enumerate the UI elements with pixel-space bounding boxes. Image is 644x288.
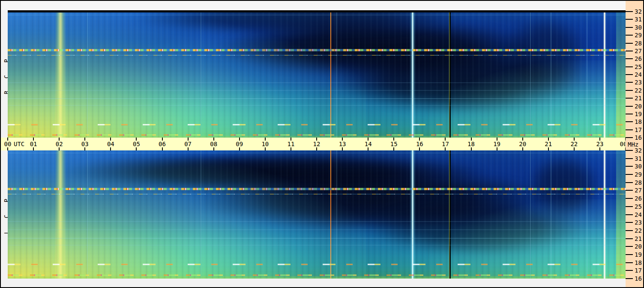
rfi-line-23.1mhz	[8, 222, 626, 222]
frequency-label: 23	[635, 219, 643, 226]
hour-tick	[136, 138, 137, 141]
frequency-label: 29	[635, 32, 643, 39]
frequency-tick	[626, 278, 633, 279]
frequency-tick	[626, 238, 633, 239]
hour-tick	[291, 138, 291, 141]
frequency-tick	[626, 158, 633, 159]
hour-tick	[316, 138, 317, 141]
hour-tick	[497, 147, 497, 150]
hour-tick	[471, 147, 472, 150]
hour-tick	[84, 138, 85, 141]
frequency-label: 26	[635, 55, 643, 62]
hour-label: 13	[337, 141, 348, 147]
interference-line-12.78utc	[336, 150, 337, 279]
frequency-label: 25	[635, 63, 643, 70]
frequency-tick	[626, 246, 633, 247]
frequency-tick	[626, 74, 633, 75]
rfi-line-20.2mhz	[8, 105, 626, 105]
frequency-label: 26	[635, 195, 643, 202]
hour-tick	[291, 147, 291, 150]
rfi-line-22.1mhz	[8, 90, 626, 90]
noise-texture	[8, 150, 626, 279]
hour-label: 18	[466, 141, 477, 147]
frequency-label: 21	[635, 235, 643, 242]
frequency-label: 31	[635, 155, 643, 162]
hour-tick	[213, 147, 214, 150]
hour-label: 00	[618, 141, 626, 147]
interference-line-3.1utc	[87, 150, 88, 279]
hour-tick	[368, 147, 368, 150]
frequency-label: 20	[635, 103, 643, 110]
hour-label: 04	[105, 141, 116, 147]
frequency-tick	[626, 58, 633, 59]
frequency-label: 29	[635, 171, 643, 178]
frequency-tick	[626, 98, 633, 99]
frequency-label: 27	[635, 187, 643, 194]
hour-tick	[188, 147, 189, 150]
hour-label: 20	[517, 141, 528, 147]
frequency-tick	[626, 206, 633, 207]
interference-line-17.18utc	[449, 12, 451, 138]
hour-label: 09	[234, 141, 245, 147]
rfi-line-26.55mhz	[8, 55, 626, 56]
frequency-label: 27	[635, 48, 643, 54]
hour-tick	[316, 147, 317, 150]
frequency-tick	[626, 35, 633, 36]
hour-label: 16	[414, 141, 425, 147]
frequency-tick	[626, 230, 633, 231]
hour-tick	[213, 138, 214, 141]
rcp-spectrogram	[8, 12, 626, 138]
hour-tick	[188, 138, 189, 141]
hour-label: 02	[54, 141, 65, 147]
frequency-tick	[626, 254, 633, 255]
frequency-label: 20	[635, 243, 643, 250]
hour-tick	[599, 138, 600, 141]
hour-tick	[59, 138, 60, 141]
hour-label: 03	[79, 141, 90, 147]
frequency-label: 31	[635, 16, 643, 23]
spectrogram-window: AJ4CO Observatory 02 Sep 2017 - DPS on T…	[0, 0, 644, 288]
frequency-label: 17	[635, 126, 643, 133]
frequency-label: 30	[635, 24, 643, 31]
lcp-panel-label: L C P	[1, 184, 8, 244]
hour-tick	[497, 138, 497, 141]
hour-tick	[162, 138, 163, 141]
interference-line-12.55utc	[330, 12, 331, 138]
hour-label: 07	[183, 141, 194, 147]
hour-label: 23	[594, 141, 605, 147]
interference-line-21.1utc	[551, 150, 551, 279]
hour-tick	[368, 138, 368, 141]
hour-tick	[419, 138, 420, 141]
hour-label: 21	[543, 141, 554, 147]
hour-tick	[342, 147, 343, 150]
frequency-label: 23	[635, 79, 643, 86]
bright-band-2.05utc	[55, 150, 66, 279]
frequency-tick	[626, 27, 633, 28]
rcp-panel-label: R C P	[1, 45, 8, 105]
interference-line-15.72utc	[412, 12, 413, 138]
frequency-tick	[626, 19, 633, 20]
hour-tick	[419, 147, 420, 150]
rfi-line-16.45mhz	[8, 274, 626, 276]
hour-tick	[522, 147, 523, 150]
frequency-label: 22	[635, 87, 643, 94]
frequency-tick	[626, 11, 633, 12]
frequency-tick	[626, 129, 633, 130]
frequency-tick	[626, 121, 633, 122]
noise-texture	[8, 12, 626, 138]
interference-line-21.1utc	[551, 12, 551, 138]
hour-tick	[239, 147, 240, 150]
utc-unit-label: UTC	[14, 141, 28, 147]
bottom-margin	[1, 279, 626, 287]
frequency-tick	[626, 166, 633, 167]
rfi-line-22.1mhz	[8, 230, 626, 230]
frequency-tick	[626, 51, 633, 51]
frequency-label: 21	[635, 95, 643, 102]
frequency-tick	[626, 114, 633, 114]
frequency-tick	[626, 174, 633, 175]
hour-label: 10	[260, 141, 271, 147]
rfi-line-26.55mhz	[8, 194, 626, 195]
rfi-line-23.1mhz	[8, 82, 626, 83]
frequency-tick	[626, 106, 633, 107]
hour-tick	[548, 147, 549, 150]
